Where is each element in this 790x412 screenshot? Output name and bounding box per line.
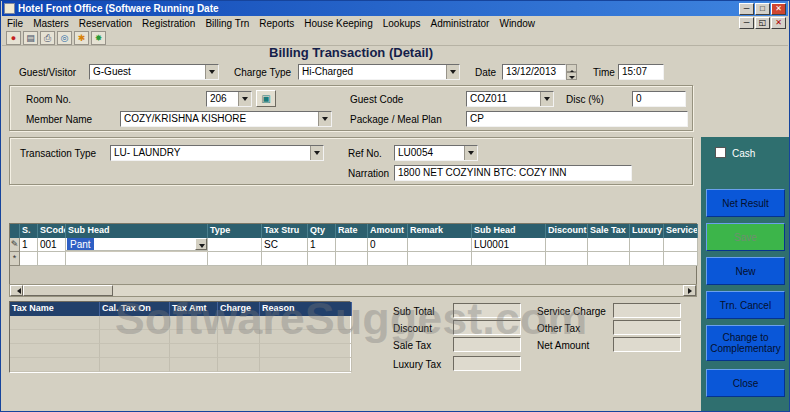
grid-header-luxury[interactable]: Luxury [630,224,664,238]
close-form-button[interactable]: Close [706,369,785,397]
cell-qty[interactable] [308,252,336,266]
cell-amount[interactable] [368,252,408,266]
time-input[interactable]: 15:07 [618,64,664,80]
member-name-select[interactable]: COZY/KRISHNA KISHORE [120,111,332,127]
room-lookup-button[interactable]: ▣ [256,90,276,107]
guest-code-select[interactable]: COZ011 [466,91,554,107]
spin-up-icon[interactable] [566,64,577,72]
menu-item-reports[interactable]: Reports [254,18,299,29]
grid-header-qty[interactable]: Qty [308,224,336,238]
cell-rate[interactable] [336,252,368,266]
grid-header-amount[interactable]: Amount [368,224,408,238]
preview-icon[interactable]: ◎ [57,31,72,45]
menu-item-house-keeping[interactable]: House Keeping [299,18,377,29]
cell-sub-head[interactable] [66,252,208,266]
grid-header-remark[interactable]: Remark [408,224,472,238]
room-no-select[interactable]: 206 [206,91,252,107]
cell-qty[interactable]: 1 [308,238,336,252]
narration-input[interactable]: 1800 NET COZYINN BTC: COZY INN [394,165,632,181]
scrollbar-thumb[interactable] [23,285,113,296]
cell-s[interactable] [20,252,38,266]
chevron-down-icon[interactable] [446,65,459,79]
cell-service[interactable] [664,252,698,266]
guest-visitor-select[interactable]: G-Guest [89,64,219,80]
menu-item-administrator[interactable]: Administrator [426,18,495,29]
cell-type[interactable] [208,238,262,252]
cell-luxury[interactable] [630,238,664,252]
grid-header-sub-head-2[interactable]: Sub Head [472,224,546,238]
menu-item-billing-trn[interactable]: Billing Trn [200,18,254,29]
mdi-close-button[interactable]: ✕ [771,17,786,29]
record-icon[interactable]: ● [6,31,21,45]
cell-rate[interactable] [336,238,368,252]
chevron-down-icon[interactable] [540,92,553,106]
maximize-button[interactable]: □ [755,3,770,15]
cell-sub-head-2[interactable] [472,252,546,266]
change-to-complementary-button[interactable]: Change to Complementary [706,325,785,361]
cell-s[interactable]: 1 [20,238,38,252]
table-row[interactable]: * [10,252,696,266]
cash-checkbox[interactable] [715,147,726,158]
cell-type[interactable] [208,252,262,266]
chevron-down-icon[interactable] [464,146,477,160]
new-icon[interactable]: ▤ [23,31,38,45]
package-input[interactable]: CP [466,111,688,127]
print-icon[interactable]: ⎙ [40,31,55,45]
date-input[interactable]: 13/12/2013 [502,64,566,80]
menu-item-lookups[interactable]: Lookups [378,18,426,29]
minimize-button[interactable]: ─ [739,3,754,15]
grid-header-tax-stru[interactable]: Tax Stru [262,224,308,238]
tools-icon[interactable]: ✸ [91,31,106,45]
cell-sale-tax[interactable] [588,238,630,252]
cell-tax-stru[interactable]: SC [262,238,308,252]
grid-header-rate[interactable]: Rate [336,224,368,238]
cell-amount[interactable]: 0 [368,238,408,252]
chevron-down-icon[interactable] [238,92,251,106]
cell-sub-head-2[interactable]: LU0001 [472,238,546,252]
cell-luxury[interactable] [630,252,664,266]
scroll-left-icon[interactable] [10,285,23,296]
cell-service[interactable] [664,238,698,252]
grid-header-service[interactable]: Service [664,224,698,238]
grid-header-sub-head[interactable]: Sub Head [66,224,208,238]
ref-no-select[interactable]: LU0054 [394,145,478,161]
mdi-minimize-button[interactable]: ─ [739,17,754,29]
new-button[interactable]: New [706,257,785,285]
grid-horizontal-scrollbar[interactable] [9,284,697,297]
grid-header-s[interactable]: S. [20,224,38,238]
disc-input[interactable]: 0 [632,91,686,107]
trn-cancel-button[interactable]: Trn. Cancel [706,291,785,319]
menu-item-registration[interactable]: Registration [137,18,200,29]
cell-scode[interactable] [38,252,66,266]
grid-header-type[interactable]: Type [208,224,262,238]
charge-type-select[interactable]: Hi-Charged [298,64,460,80]
menu-item-file[interactable]: File [2,18,28,29]
cell-tax-stru[interactable] [262,252,308,266]
net-result-button[interactable]: Net Result [706,189,785,217]
chevron-down-icon[interactable] [205,65,218,79]
menu-item-window[interactable]: Window [494,18,540,29]
grid-header-sale-tax[interactable]: Sale Tax [588,224,630,238]
settings-icon[interactable]: ✱ [74,31,89,45]
cell-discount[interactable] [546,238,588,252]
cell-scode[interactable]: 001 [38,238,66,252]
save-button[interactable]: Save [706,223,785,251]
mdi-restore-button[interactable]: ◱ [755,17,770,29]
scroll-right-icon[interactable] [683,285,696,296]
transaction-type-select[interactable]: LU- LAUNDRY [110,145,324,161]
menu-item-reservation[interactable]: Reservation [74,18,137,29]
grid-header-scode[interactable]: SCode [38,224,66,238]
grid-header-discount[interactable]: Discount [546,224,588,238]
menu-item-masters[interactable]: Masters [28,18,74,29]
chevron-down-icon[interactable] [318,112,331,126]
cell-discount[interactable] [546,252,588,266]
close-button[interactable]: ✕ [771,3,786,15]
cell-remark[interactable] [408,238,472,252]
cell-sale-tax[interactable] [588,252,630,266]
cell-remark[interactable] [408,252,472,266]
cell-sub-head-select[interactable]: Pant [66,238,208,251]
chevron-down-icon[interactable] [195,238,207,250]
chevron-down-icon[interactable] [310,146,323,160]
table-row[interactable]: ✎ 1 001 Pant SC 1 0 LU0001 [10,238,696,252]
spin-down-icon[interactable] [566,72,577,80]
